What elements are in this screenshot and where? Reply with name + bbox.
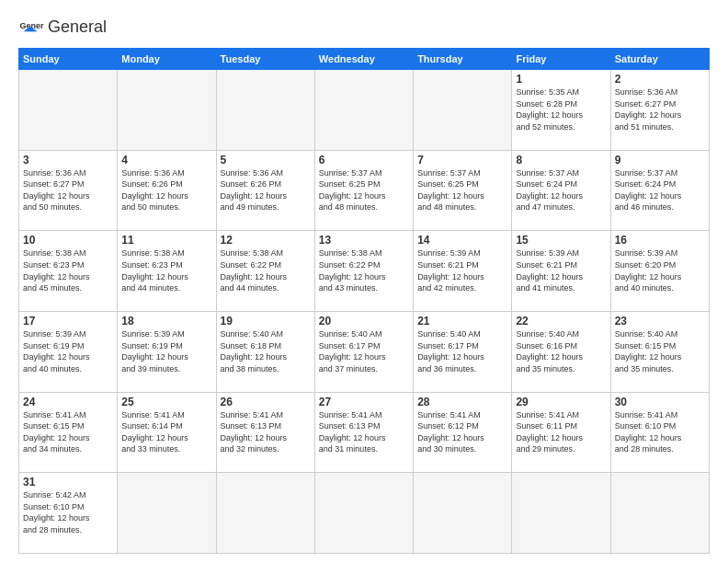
day-info: Sunrise: 5:39 AM Sunset: 6:20 PM Dayligh… — [615, 247, 705, 293]
day-number: 23 — [615, 315, 705, 327]
calendar-cell — [512, 473, 610, 554]
calendar-cell — [314, 473, 413, 554]
day-number: 5 — [221, 154, 311, 167]
weekday-header-sunday: Sunday — [19, 49, 118, 70]
day-number: 17 — [23, 315, 113, 327]
calendar-cell: 10Sunrise: 5:38 AM Sunset: 6:23 PM Dayli… — [19, 231, 118, 312]
calendar-table: SundayMondayTuesdayWednesdayThursdayFrid… — [18, 48, 710, 554]
calendar-cell: 2Sunrise: 5:36 AM Sunset: 6:27 PM Daylig… — [610, 70, 709, 151]
day-number: 2 — [615, 73, 705, 86]
day-info: Sunrise: 5:40 AM Sunset: 6:15 PM Dayligh… — [615, 328, 705, 374]
calendar-cell: 31Sunrise: 5:42 AM Sunset: 6:10 PM Dayli… — [19, 473, 118, 554]
day-number: 13 — [319, 234, 409, 247]
day-info: Sunrise: 5:42 AM Sunset: 6:10 PM Dayligh… — [23, 489, 113, 535]
day-number: 27 — [319, 396, 409, 408]
day-info: Sunrise: 5:39 AM Sunset: 6:19 PM Dayligh… — [121, 328, 211, 374]
day-info: Sunrise: 5:38 AM Sunset: 6:23 PM Dayligh… — [121, 247, 211, 293]
calendar-cell — [216, 473, 314, 554]
day-number: 4 — [121, 154, 211, 167]
calendar-cell: 17Sunrise: 5:39 AM Sunset: 6:19 PM Dayli… — [19, 311, 118, 392]
day-info: Sunrise: 5:41 AM Sunset: 6:14 PM Dayligh… — [121, 409, 211, 455]
calendar-cell — [414, 473, 512, 554]
day-info: Sunrise: 5:40 AM Sunset: 6:17 PM Dayligh… — [319, 328, 409, 374]
day-info: Sunrise: 5:41 AM Sunset: 6:15 PM Dayligh… — [23, 409, 113, 455]
calendar-cell: 18Sunrise: 5:39 AM Sunset: 6:19 PM Dayli… — [118, 311, 216, 392]
day-number: 26 — [221, 396, 311, 408]
calendar-cell: 24Sunrise: 5:41 AM Sunset: 6:15 PM Dayli… — [19, 392, 118, 473]
day-info: Sunrise: 5:37 AM Sunset: 6:25 PM Dayligh… — [319, 167, 409, 213]
day-number: 24 — [23, 396, 113, 408]
day-info: Sunrise: 5:36 AM Sunset: 6:27 PM Dayligh… — [615, 86, 705, 132]
day-info: Sunrise: 5:37 AM Sunset: 6:25 PM Dayligh… — [417, 167, 507, 213]
calendar-cell: 7Sunrise: 5:37 AM Sunset: 6:25 PM Daylig… — [414, 150, 512, 231]
calendar-cell: 1Sunrise: 5:35 AM Sunset: 6:28 PM Daylig… — [512, 70, 610, 151]
day-info: Sunrise: 5:38 AM Sunset: 6:22 PM Dayligh… — [221, 247, 311, 293]
calendar-cell — [216, 70, 314, 151]
calendar-cell — [314, 70, 413, 151]
weekday-header-monday: Monday — [118, 49, 216, 70]
calendar-week-row: 24Sunrise: 5:41 AM Sunset: 6:15 PM Dayli… — [19, 392, 710, 473]
day-number: 1 — [516, 73, 606, 86]
day-info: Sunrise: 5:36 AM Sunset: 6:27 PM Dayligh… — [23, 167, 113, 213]
header: General General — [18, 15, 710, 40]
calendar-cell — [610, 473, 709, 554]
day-number: 22 — [516, 315, 606, 327]
calendar-cell — [118, 473, 216, 554]
calendar-cell — [414, 70, 512, 151]
day-info: Sunrise: 5:38 AM Sunset: 6:22 PM Dayligh… — [319, 247, 409, 293]
day-info: Sunrise: 5:39 AM Sunset: 6:21 PM Dayligh… — [417, 247, 507, 293]
calendar-cell: 19Sunrise: 5:40 AM Sunset: 6:18 PM Dayli… — [216, 311, 314, 392]
day-number: 28 — [417, 396, 507, 408]
calendar-cell: 22Sunrise: 5:40 AM Sunset: 6:16 PM Dayli… — [512, 311, 610, 392]
day-info: Sunrise: 5:40 AM Sunset: 6:16 PM Dayligh… — [516, 328, 606, 374]
day-number: 14 — [417, 234, 507, 247]
calendar-cell: 6Sunrise: 5:37 AM Sunset: 6:25 PM Daylig… — [314, 150, 413, 231]
day-info: Sunrise: 5:41 AM Sunset: 6:12 PM Dayligh… — [417, 409, 507, 455]
calendar-cell: 21Sunrise: 5:40 AM Sunset: 6:17 PM Dayli… — [414, 311, 512, 392]
page: General General SundayMondayTuesdayWedne… — [0, 0, 728, 563]
day-number: 20 — [319, 315, 409, 327]
day-info: Sunrise: 5:41 AM Sunset: 6:13 PM Dayligh… — [319, 409, 409, 455]
calendar-cell: 13Sunrise: 5:38 AM Sunset: 6:22 PM Dayli… — [314, 231, 413, 312]
weekday-header-tuesday: Tuesday — [216, 49, 314, 70]
calendar-week-row: 1Sunrise: 5:35 AM Sunset: 6:28 PM Daylig… — [19, 70, 710, 151]
calendar-cell: 12Sunrise: 5:38 AM Sunset: 6:22 PM Dayli… — [216, 231, 314, 312]
day-info: Sunrise: 5:36 AM Sunset: 6:26 PM Dayligh… — [221, 167, 311, 213]
generalblue-logo-icon: General — [18, 15, 44, 40]
calendar-header: SundayMondayTuesdayWednesdayThursdayFrid… — [19, 49, 710, 70]
day-info: Sunrise: 5:35 AM Sunset: 6:28 PM Dayligh… — [516, 86, 606, 132]
day-info: Sunrise: 5:41 AM Sunset: 6:13 PM Dayligh… — [221, 409, 311, 455]
calendar-cell: 11Sunrise: 5:38 AM Sunset: 6:23 PM Dayli… — [118, 231, 216, 312]
day-number: 21 — [417, 315, 507, 327]
day-info: Sunrise: 5:40 AM Sunset: 6:18 PM Dayligh… — [221, 328, 311, 374]
day-number: 6 — [319, 154, 409, 167]
calendar-cell — [118, 70, 216, 151]
day-number: 18 — [121, 315, 211, 327]
calendar-cell: 14Sunrise: 5:39 AM Sunset: 6:21 PM Dayli… — [414, 231, 512, 312]
calendar-cell: 9Sunrise: 5:37 AM Sunset: 6:24 PM Daylig… — [610, 150, 709, 231]
day-number: 3 — [23, 154, 113, 167]
calendar-cell: 27Sunrise: 5:41 AM Sunset: 6:13 PM Dayli… — [314, 392, 413, 473]
calendar-cell — [19, 70, 118, 151]
calendar-week-row: 17Sunrise: 5:39 AM Sunset: 6:19 PM Dayli… — [19, 311, 710, 392]
weekday-header-saturday: Saturday — [610, 49, 709, 70]
calendar-cell: 15Sunrise: 5:39 AM Sunset: 6:21 PM Dayli… — [512, 231, 610, 312]
calendar-cell: 23Sunrise: 5:40 AM Sunset: 6:15 PM Dayli… — [610, 311, 709, 392]
calendar-cell: 30Sunrise: 5:41 AM Sunset: 6:10 PM Dayli… — [610, 392, 709, 473]
day-number: 7 — [417, 154, 507, 167]
calendar-cell: 20Sunrise: 5:40 AM Sunset: 6:17 PM Dayli… — [314, 311, 413, 392]
calendar-week-row: 3Sunrise: 5:36 AM Sunset: 6:27 PM Daylig… — [19, 150, 710, 231]
calendar-cell: 3Sunrise: 5:36 AM Sunset: 6:27 PM Daylig… — [19, 150, 118, 231]
calendar-cell: 8Sunrise: 5:37 AM Sunset: 6:24 PM Daylig… — [512, 150, 610, 231]
day-number: 16 — [615, 234, 705, 247]
calendar-week-row: 31Sunrise: 5:42 AM Sunset: 6:10 PM Dayli… — [19, 473, 710, 554]
day-info: Sunrise: 5:37 AM Sunset: 6:24 PM Dayligh… — [516, 167, 606, 213]
weekday-header-thursday: Thursday — [414, 49, 512, 70]
day-info: Sunrise: 5:39 AM Sunset: 6:19 PM Dayligh… — [23, 328, 113, 374]
day-info: Sunrise: 5:36 AM Sunset: 6:26 PM Dayligh… — [121, 167, 211, 213]
weekday-header-row: SundayMondayTuesdayWednesdayThursdayFrid… — [19, 49, 710, 70]
calendar-cell: 4Sunrise: 5:36 AM Sunset: 6:26 PM Daylig… — [118, 150, 216, 231]
day-info: Sunrise: 5:41 AM Sunset: 6:11 PM Dayligh… — [516, 409, 606, 455]
calendar-cell: 26Sunrise: 5:41 AM Sunset: 6:13 PM Dayli… — [216, 392, 314, 473]
calendar-cell: 25Sunrise: 5:41 AM Sunset: 6:14 PM Dayli… — [118, 392, 216, 473]
